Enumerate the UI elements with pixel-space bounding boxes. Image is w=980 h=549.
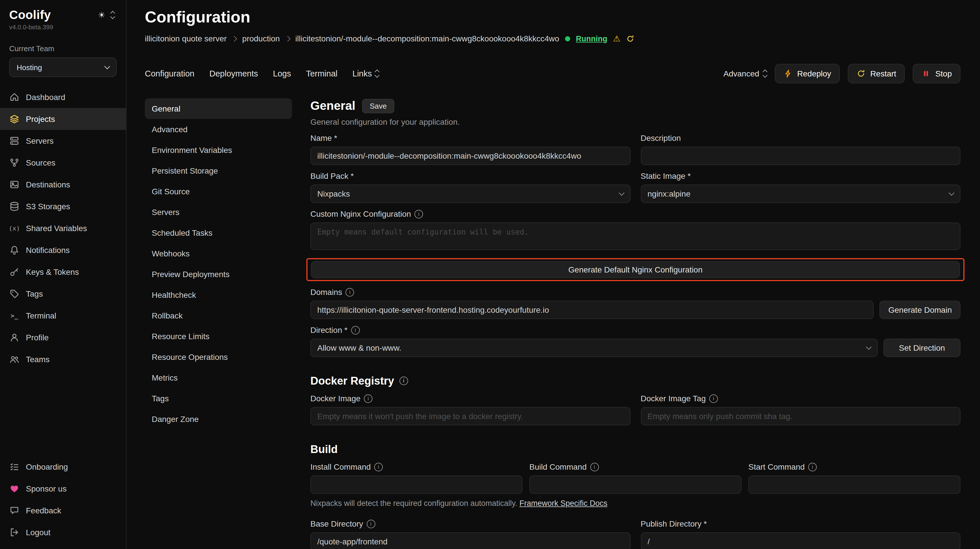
info-icon[interactable] [364,395,372,403]
info-icon[interactable] [808,463,817,471]
start-command-input[interactable] [748,476,961,494]
settings-subnav: General Advanced Environment Variables P… [145,98,292,549]
user-icon [9,332,19,343]
subnav-item-webhooks[interactable]: Webhooks [145,243,292,264]
tag-icon [9,289,19,299]
sidebar-item-onboarding[interactable]: Onboarding [0,456,126,478]
tab-terminal[interactable]: Terminal [306,69,338,78]
subnav-item-metrics[interactable]: Metrics [145,368,292,388]
sidebar-item-keys-tokens[interactable]: Keys & Tokens [0,261,126,283]
tab-logs[interactable]: Logs [273,69,291,78]
subnav-item-persistent-storage[interactable]: Persistent Storage [145,161,292,181]
static-image-value: nginx:alpine [648,189,690,198]
domains-input[interactable] [310,301,874,319]
subnav-item-advanced[interactable]: Advanced [145,119,292,140]
sidebar-item-servers[interactable]: Servers [0,130,126,152]
sidebar-item-tags[interactable]: Tags [0,283,126,305]
status-running-link[interactable]: Running [576,33,607,44]
tab-configuration[interactable]: Configuration [145,69,194,78]
refresh-icon[interactable] [626,35,635,43]
chevron-up-down-icon[interactable] [111,11,115,18]
sidebar-item-destinations[interactable]: Destinations [0,173,126,196]
team-select[interactable]: Hosting [9,57,117,77]
sidebar: Coolify v4.0.0-beta.399 Current Team Hos… [0,0,126,549]
subnav-item-healthcheck[interactable]: Healthcheck [145,285,292,305]
info-icon[interactable] [709,395,718,403]
docker-image-input[interactable] [310,407,630,425]
sidebar-item-profile[interactable]: Profile [0,326,126,348]
info-icon[interactable] [399,377,408,385]
tab-deployments[interactable]: Deployments [210,69,258,78]
redeploy-button[interactable]: Redeploy [775,64,840,83]
base-directory-input[interactable] [310,532,630,549]
install-command-label: Install Command [310,461,371,473]
subnav-item-resource-limits[interactable]: Resource Limits [145,326,292,347]
subnav-item-environment-variables[interactable]: Environment Variables [145,140,292,161]
app-logo: Coolify [9,8,51,22]
subnav-item-resource-operations[interactable]: Resource Operations [145,347,292,368]
restart-button-label: Restart [870,69,896,78]
docker-image-tag-input[interactable] [641,407,961,425]
subnav-item-general[interactable]: General [145,98,292,119]
terminal-icon [9,310,19,321]
name-input[interactable] [310,146,630,165]
save-button[interactable]: Save [362,99,394,113]
sidebar-item-projects[interactable]: Projects [0,108,126,130]
sidebar-item-label: Dashboard [26,92,65,102]
sidebar-item-label: Teams [26,355,49,364]
breadcrumb-project[interactable]: illicitonion quote server [145,33,227,44]
generate-domain-button[interactable]: Generate Domain [880,301,961,319]
info-icon[interactable] [414,210,423,218]
breadcrumb-environment[interactable]: production [242,33,280,44]
tab-links[interactable]: Links [352,69,379,78]
sidebar-item-s3-storages[interactable]: S3 Storages [0,196,126,217]
sidebar-item-sponsor-us[interactable]: Sponsor us [0,478,126,500]
install-command-input[interactable] [310,476,522,494]
subnav-item-rollback[interactable]: Rollback [145,305,292,326]
sidebar-item-feedback[interactable]: Feedback [0,500,126,521]
nixpacks-note: Nixpacks will detect the required config… [310,498,961,508]
info-icon[interactable] [590,463,599,471]
stop-icon [921,69,931,78]
sidebar-item-label: S3 Storages [26,202,70,211]
info-icon[interactable] [351,326,360,334]
description-input[interactable] [641,146,961,165]
build-pack-label: Build Pack * [310,171,354,181]
info-icon[interactable] [367,520,375,528]
sidebar-item-teams[interactable]: Teams [0,348,126,370]
restart-button[interactable]: Restart [848,64,905,83]
subnav-item-git-source[interactable]: Git Source [145,181,292,202]
info-icon[interactable] [374,463,383,471]
sidebar-item-logout[interactable]: Logout [0,521,126,543]
framework-docs-link[interactable]: Framework Specific Docs [519,499,607,508]
sidebar-item-label: Servers [26,136,54,145]
stop-button[interactable]: Stop [913,64,961,83]
chevron-up-down-icon [763,70,767,77]
start-command-label: Start Command [748,461,805,473]
subnav-item-scheduled-tasks[interactable]: Scheduled Tasks [145,223,292,243]
static-image-select[interactable]: nginx:alpine [641,185,961,203]
info-icon[interactable] [346,288,354,297]
subnav-item-servers[interactable]: Servers [145,202,292,223]
advanced-dropdown[interactable]: Advanced [723,69,767,78]
sidebar-item-sources[interactable]: Sources [0,152,126,173]
generate-nginx-config-button[interactable]: Generate Default Nginx Configuration [311,261,960,278]
direction-select[interactable]: Allow www & non-www. [310,339,878,357]
chevron-down-icon [104,64,110,69]
sidebar-item-dashboard[interactable]: Dashboard [0,86,126,108]
sidebar-item-terminal[interactable]: Terminal [0,305,126,326]
sidebar-item-shared-variables[interactable]: Shared Variables [0,217,126,239]
build-pack-select[interactable]: Nixpacks [310,185,630,203]
set-direction-button[interactable]: Set Direction [883,339,961,357]
sidebar-item-notifications[interactable]: Notifications [0,239,126,261]
tab-bar: Configuration Deployments Logs Terminal … [145,64,961,83]
theme-toggle-sun-icon[interactable] [98,10,105,20]
publish-directory-input[interactable] [641,532,961,549]
breadcrumb-application[interactable]: illicitestonion/-module--decomposition:m… [296,33,559,44]
subnav-item-danger-zone[interactable]: Danger Zone [145,409,292,430]
subnav-item-tags[interactable]: Tags [145,388,292,409]
chevron-up-down-icon [375,70,379,77]
build-command-input[interactable] [529,476,741,494]
subnav-item-preview-deployments[interactable]: Preview Deployments [145,264,292,285]
custom-nginx-textarea[interactable] [310,223,961,250]
